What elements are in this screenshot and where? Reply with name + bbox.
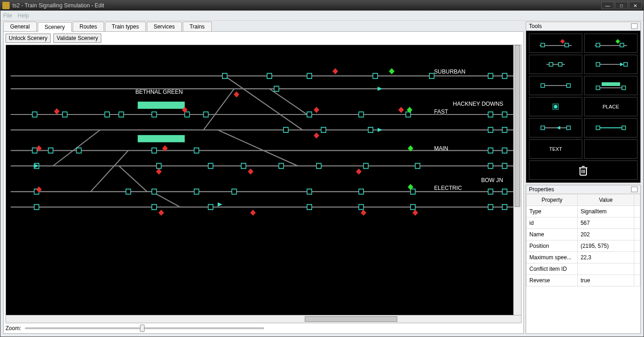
svg-rect-120: [567, 84, 570, 87]
scenery-canvas[interactable]: BETHNAL GREEN SUBURBAN HACKNEY DOWNS FAS…: [6, 45, 522, 323]
tool-signal-green-right[interactable]: [584, 34, 638, 53]
svg-marker-91: [356, 168, 361, 174]
svg-marker-110: [615, 39, 620, 44]
tab-train-types[interactable]: Train types: [105, 22, 146, 31]
table-row[interactable]: Position(2195, 575): [527, 240, 640, 252]
property-value[interactable]: 567: [578, 217, 634, 229]
property-value[interactable]: true: [578, 275, 634, 286]
table-row[interactable]: Name202: [527, 229, 640, 240]
validate-scenery-button[interactable]: Validate Scenery: [53, 34, 101, 43]
svg-line-14: [119, 166, 147, 192]
vertical-scrollbar[interactable]: [513, 45, 521, 315]
svg-marker-84: [398, 107, 404, 113]
tool-node[interactable]: [529, 55, 582, 74]
undock-properties-icon[interactable]: [631, 187, 638, 192]
svg-marker-106: [560, 39, 565, 44]
svg-rect-26: [267, 74, 272, 79]
svg-rect-56: [488, 148, 493, 153]
svg-rect-128: [541, 126, 545, 130]
tab-scenery[interactable]: Scenery: [38, 22, 72, 32]
property-value[interactable]: 22,3: [578, 252, 634, 263]
close-button[interactable]: ✕: [629, 2, 642, 9]
minimize-button[interactable]: —: [601, 2, 614, 9]
svg-marker-130: [557, 126, 560, 130]
tool-point[interactable]: [529, 97, 582, 116]
svg-marker-100: [377, 87, 382, 91]
svg-rect-61: [126, 189, 131, 194]
svg-rect-67: [411, 189, 415, 194]
property-value[interactable]: SignalItem: [578, 206, 634, 217]
tool-delete[interactable]: [529, 160, 638, 180]
tab-routes[interactable]: Routes: [73, 22, 104, 31]
svg-rect-21: [119, 112, 123, 117]
svg-rect-76: [488, 205, 493, 210]
svg-marker-88: [156, 168, 162, 174]
svg-rect-124: [602, 82, 620, 86]
menu-help[interactable]: Help: [17, 12, 29, 19]
svg-marker-80: [234, 91, 239, 97]
svg-rect-72: [208, 205, 213, 210]
table-row[interactable]: Reversetrue: [527, 275, 640, 286]
svg-rect-105: [565, 43, 569, 47]
svg-rect-65: [307, 189, 312, 194]
tool-arrow-left[interactable]: [529, 118, 582, 137]
label-fast: FAST: [434, 108, 448, 115]
property-name: Name: [527, 229, 578, 240]
svg-rect-29: [373, 74, 377, 79]
svg-marker-89: [248, 168, 253, 174]
svg-rect-31: [488, 74, 493, 79]
tab-trains[interactable]: Trains: [183, 22, 212, 31]
svg-marker-81: [313, 107, 319, 113]
horizontal-scrollbar[interactable]: [6, 315, 521, 323]
maximize-button[interactable]: □: [615, 2, 628, 9]
svg-rect-20: [105, 112, 110, 117]
tool-line-alt[interactable]: [584, 118, 638, 137]
zoom-label: Zoom:: [6, 325, 21, 331]
svg-rect-66: [359, 189, 363, 194]
table-row[interactable]: id567: [527, 217, 640, 229]
menu-file[interactable]: File: [3, 12, 12, 19]
undock-tools-icon[interactable]: [631, 23, 638, 29]
tool-line[interactable]: [529, 76, 582, 95]
tool-platform[interactable]: [584, 76, 638, 95]
tab-services[interactable]: Services: [147, 22, 182, 31]
property-name: Maximum spee...: [527, 252, 578, 263]
label-hackney-downs: HACKNEY DOWNS: [453, 100, 503, 107]
svg-rect-57: [502, 148, 507, 153]
svg-rect-16: [138, 102, 185, 109]
label-electric: ELECTRIC: [434, 184, 462, 192]
property-value[interactable]: [578, 263, 634, 275]
property-name: id: [527, 217, 578, 229]
svg-marker-98: [412, 210, 418, 216]
svg-rect-115: [596, 63, 600, 66]
unlock-scenery-button[interactable]: Unlock Scenery: [6, 34, 51, 43]
svg-rect-132: [596, 126, 600, 130]
table-row[interactable]: TypeSignalItem: [527, 206, 640, 217]
tool-end-right[interactable]: [584, 55, 638, 74]
svg-rect-70: [34, 205, 39, 210]
tool-text[interactable]: TEXT: [529, 139, 582, 159]
table-row[interactable]: Conflict item ID: [527, 263, 640, 275]
svg-rect-28: [307, 74, 312, 79]
svg-rect-71: [152, 205, 157, 210]
tool-empty[interactable]: [584, 139, 638, 159]
svg-rect-41: [152, 148, 157, 153]
properties-panel-title: Properties: [529, 186, 554, 193]
tool-signal-red-right[interactable]: [529, 34, 582, 53]
svg-marker-95: [250, 210, 255, 216]
svg-rect-18: [32, 112, 37, 117]
property-value[interactable]: 202: [578, 229, 634, 240]
svg-rect-62: [152, 189, 157, 194]
menubar: File Help: [0, 11, 644, 21]
tab-bar: General Scenery Routes Train types Servi…: [3, 22, 524, 32]
svg-rect-47: [502, 127, 507, 132]
svg-rect-113: [558, 63, 562, 66]
tool-place[interactable]: PLACE: [584, 97, 638, 116]
properties-col-property: Property: [527, 194, 578, 206]
property-value[interactable]: (2195, 575): [578, 240, 634, 252]
zoom-slider[interactable]: [25, 327, 264, 329]
table-row[interactable]: Maximum spee...22,3: [527, 252, 640, 263]
tab-general[interactable]: General: [3, 22, 37, 31]
svg-rect-54: [364, 163, 368, 168]
svg-rect-39: [48, 148, 53, 153]
